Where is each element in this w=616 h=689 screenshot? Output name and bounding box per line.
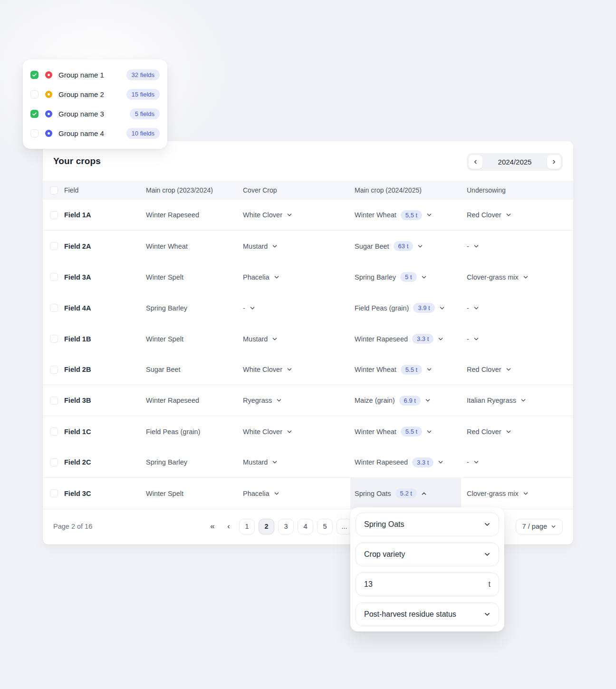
group-checkbox[interactable] <box>30 90 38 98</box>
cover-crop-select[interactable]: White Clover <box>243 428 355 436</box>
table-row: Field 2B Sugar Beet White Clover Winter … <box>43 354 573 385</box>
main-crop-value: Winter Rapeseed <box>355 335 408 343</box>
main-crop-select[interactable]: Field Peas (grain)3.9 t <box>355 303 467 313</box>
group-row[interactable]: Group name 3 5 fields <box>30 104 160 124</box>
row-checkbox[interactable] <box>50 366 58 374</box>
cover-crop-select[interactable]: White Clover <box>243 366 355 373</box>
main-crop-value: Winter Wheat <box>355 366 396 373</box>
row-checkbox[interactable] <box>50 427 58 436</box>
page-button-1[interactable]: 1 <box>239 519 255 534</box>
prev-crop-value: Sugar Beet <box>146 366 243 373</box>
column-header-cover-crop: Cover Crop <box>243 186 355 194</box>
season-next-button[interactable] <box>547 155 561 169</box>
crop-variety-value: Crop variety <box>364 550 405 559</box>
first-page-button[interactable]: « <box>207 522 218 531</box>
undersowing-select[interactable]: Red Clover <box>467 366 573 373</box>
cover-crop-select[interactable]: Ryegrass <box>243 397 355 404</box>
cover-crop-select[interactable]: - <box>243 304 355 312</box>
group-checkbox[interactable] <box>30 110 38 118</box>
chevron-down-icon <box>484 521 491 528</box>
undersowing-select[interactable]: Italian Ryegrass <box>467 397 573 404</box>
row-checkbox[interactable] <box>50 304 58 312</box>
undersowing-value: Italian Ryegrass <box>467 397 516 404</box>
chevron-down-icon <box>287 212 292 218</box>
row-checkbox[interactable] <box>50 335 58 343</box>
table-row: Field 1A Winter Rapeseed White Clover Wi… <box>43 200 573 231</box>
page-button-3[interactable]: 3 <box>278 519 294 534</box>
prev-crop-value: Winter Spelt <box>146 490 243 497</box>
undersowing-select[interactable]: Clover-grass mix <box>467 273 573 281</box>
pagination-controls: « ‹ 1 2 3 4 5 ... <box>207 519 352 534</box>
undersowing-select[interactable]: - <box>467 304 573 312</box>
chevron-down-icon <box>439 305 445 311</box>
page-size-select[interactable]: 7 / page <box>516 519 563 534</box>
main-crop-select[interactable]: Winter Wheat5.5 t <box>355 365 467 375</box>
select-all-checkbox[interactable] <box>50 186 58 194</box>
main-crop-value: Sugar Beet <box>355 243 389 250</box>
pagination-summary: Page 2 of 16 <box>53 523 207 530</box>
field-name: Field 2C <box>64 458 91 466</box>
group-checkbox[interactable] <box>30 71 38 79</box>
row-checkbox[interactable] <box>50 273 58 281</box>
undersowing-select[interactable]: - <box>467 458 573 466</box>
group-color-dot-icon <box>45 91 52 98</box>
group-row[interactable]: Group name 1 32 fields <box>30 65 160 85</box>
chevron-down-icon <box>287 429 292 435</box>
page-button-2-active[interactable]: 2 <box>259 519 274 534</box>
main-crop-select[interactable]: Winter Wheat5.5 t <box>355 427 467 437</box>
page-button-4[interactable]: 4 <box>298 519 313 534</box>
cover-crop-select[interactable]: Mustard <box>243 243 355 250</box>
main-crop-select[interactable]: Spring Barley5 t <box>355 272 467 282</box>
prev-crop-value: Field Peas (grain) <box>146 428 243 436</box>
cover-crop-select[interactable]: White Clover <box>243 211 355 219</box>
cover-crop-value: Phacelia <box>243 490 270 497</box>
season-label: 2024/2025 <box>482 158 547 166</box>
main-crop-select[interactable]: Sugar Beet63 t <box>355 241 467 251</box>
page-title: Your crops <box>53 156 101 166</box>
undersowing-select[interactable]: - <box>467 243 573 250</box>
cover-crop-select[interactable]: Phacelia <box>243 273 355 281</box>
prev-page-button[interactable]: ‹ <box>223 522 234 531</box>
group-row[interactable]: Group name 4 10 fields <box>30 124 160 143</box>
yield-input[interactable]: 13 t <box>356 573 499 596</box>
undersowing-select[interactable]: Red Clover <box>467 428 573 436</box>
chevron-down-icon <box>523 491 529 496</box>
chevron-down-icon <box>473 336 479 342</box>
main-crop-select[interactable]: Maize (grain)6.9 t <box>355 396 467 406</box>
row-checkbox[interactable] <box>50 211 58 219</box>
cover-crop-value: White Clover <box>243 211 282 219</box>
row-checkbox[interactable] <box>50 489 58 497</box>
cover-crop-select[interactable]: Phacelia <box>243 490 355 497</box>
field-name: Field 4A <box>64 304 91 312</box>
cover-crop-value: White Clover <box>243 366 282 373</box>
season-prev-button[interactable] <box>469 155 482 169</box>
main-crop-select-open[interactable]: Spring Oats5.2 t <box>350 478 461 509</box>
group-label: Group name 1 <box>58 71 104 79</box>
undersowing-select[interactable]: Red Clover <box>467 211 573 219</box>
group-checkbox[interactable] <box>30 129 38 137</box>
main-crop-select[interactable]: Winter Wheat5,5 t <box>355 210 467 220</box>
undersowing-select[interactable]: Clover-grass mix <box>467 490 573 497</box>
row-checkbox[interactable] <box>50 242 58 250</box>
crop-select[interactable]: Spring Oats <box>356 513 499 536</box>
undersowing-select[interactable]: - <box>467 335 573 343</box>
chevron-down-icon <box>272 243 278 249</box>
group-color-dot-icon <box>45 130 52 137</box>
row-checkbox[interactable] <box>50 458 58 466</box>
cover-crop-value: Mustard <box>243 458 268 466</box>
chevron-down-icon <box>506 367 511 372</box>
cover-crop-select[interactable]: Mustard <box>243 458 355 466</box>
cover-crop-select[interactable]: Mustard <box>243 335 355 343</box>
group-row[interactable]: Group name 2 15 fields <box>30 85 160 104</box>
page-button-5[interactable]: 5 <box>317 519 333 534</box>
yield-badge: 3.9 t <box>413 303 434 313</box>
cover-crop-value: White Clover <box>243 428 282 436</box>
row-checkbox[interactable] <box>50 397 58 405</box>
crop-variety-select[interactable]: Crop variety <box>356 543 499 566</box>
residue-status-select[interactable]: Post-harvest residue status <box>356 602 499 626</box>
main-crop-select[interactable]: Winter Rapeseed3.3 t <box>355 334 467 344</box>
main-crop-select[interactable]: Winter Rapeseed3.3 t <box>355 457 467 467</box>
table-row: Field 1B Winter Spelt Mustard Winter Rap… <box>43 323 573 354</box>
group-field-count-badge: 10 fields <box>126 128 160 139</box>
group-field-count-badge: 15 fields <box>126 89 160 100</box>
